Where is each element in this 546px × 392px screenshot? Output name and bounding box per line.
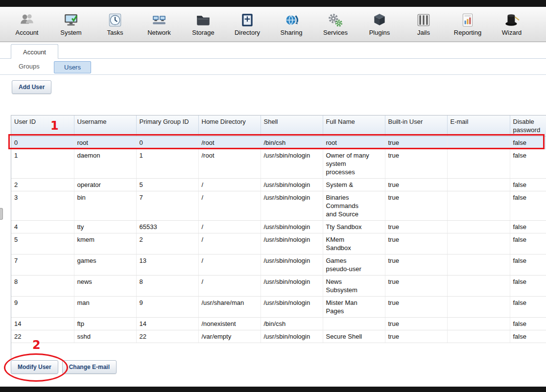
users-table-container: User IDUsernamePrimary Group IDHome Dire… xyxy=(11,115,546,359)
table-row-kmem[interactable]: 5kmem2​/​/usr​/sbin​/nologinKMem Sandbox… xyxy=(11,233,546,254)
toolbar-item-label: Reporting xyxy=(454,29,481,36)
table-cell: ​/usr​/sbin​/nologin xyxy=(261,149,323,179)
annotation-step-1: 1 xyxy=(50,119,59,133)
column-header-disable-password[interactable]: Disable password xyxy=(510,115,546,137)
toolbar-item-network[interactable]: Network xyxy=(137,12,181,36)
toolbar-item-label: Jails xyxy=(417,29,430,36)
toolbar-item-directory[interactable]: Directory xyxy=(225,12,269,36)
toolbar-item-services[interactable]: Services xyxy=(313,12,357,36)
table-cell: true xyxy=(385,254,447,276)
table-cell xyxy=(447,191,510,221)
add-user-button[interactable]: Add User xyxy=(12,80,51,94)
table-cell: 2 xyxy=(136,233,198,254)
toolbar-item-plugins[interactable]: Plugins xyxy=(357,12,402,36)
table-cell: false xyxy=(510,149,546,179)
table-cell: ​/usr​/sbin​/nologin xyxy=(261,191,323,221)
table-row-root[interactable]: 0root0​/root​/bin​/cshroottruefalse xyxy=(11,137,546,149)
table-cell xyxy=(447,318,510,330)
table-row-operator[interactable]: 2operator5​/​/usr​/sbin​/nologinSystem &… xyxy=(11,179,546,191)
column-header-user-id[interactable]: User ID xyxy=(11,115,74,137)
toolbar-item-account[interactable]: Account xyxy=(5,12,49,36)
toolbar-item-label: Tasks xyxy=(107,29,123,36)
table-cell: 4 xyxy=(11,221,74,233)
column-header-e-mail[interactable]: E-mail xyxy=(447,115,510,137)
table-cell: ​/root xyxy=(198,149,261,179)
table-cell: Mister Man Pages xyxy=(323,297,385,318)
modify-user-button[interactable]: Modify User xyxy=(11,360,58,374)
column-header-full-name[interactable]: Full Name xyxy=(323,115,385,137)
storage-icon xyxy=(195,12,211,28)
toolbar-item-jails[interactable]: Jails xyxy=(402,12,446,36)
change-email-button[interactable]: Change E-mail xyxy=(62,360,117,374)
reporting-icon xyxy=(460,12,475,28)
table-cell: false xyxy=(510,233,546,254)
table-cell: ​/var​/empty xyxy=(198,330,261,343)
app-toolbar: AccountSystemTasksNetworkStorageDirector… xyxy=(0,7,546,42)
sub-tab-strip: Groups Users xyxy=(0,59,546,75)
toolbar-item-wizard[interactable]: Wizard xyxy=(490,12,534,36)
table-cell: false xyxy=(510,276,546,297)
table-cell: ​/ xyxy=(198,191,261,221)
table-cell: News Subsystem xyxy=(323,276,385,297)
table-row-tty[interactable]: 4tty65533​/​/usr​/sbin​/nologinTty Sandb… xyxy=(11,221,546,233)
account-icon xyxy=(19,12,35,28)
table-row-news[interactable]: 8news8​/​/usr​/sbin​/nologinNews Subsyst… xyxy=(11,276,546,297)
table-cell xyxy=(447,149,510,179)
table-cell: 1 xyxy=(11,149,74,179)
table-cell: ​/usr​/sbin​/nologin xyxy=(261,254,323,276)
table-cell: games xyxy=(74,254,136,276)
annotation-step-2: 2 xyxy=(32,338,41,352)
table-cell: ftp xyxy=(74,318,136,330)
table-cell: true xyxy=(385,179,447,191)
table-cell: kmem xyxy=(74,233,136,254)
plugins-icon xyxy=(372,12,387,28)
table-cell: true xyxy=(385,191,447,221)
table-cell: ​/usr​/share​/man xyxy=(198,297,261,318)
table-cell: 0 xyxy=(136,137,198,149)
table-row-sshd[interactable]: 22sshd22​/var​/empty​/usr​/sbin​/nologin… xyxy=(11,330,546,343)
main-tab-strip: Account xyxy=(0,43,546,59)
table-cell: ​/usr​/sbin​/nologin xyxy=(261,233,323,254)
table-cell: ​/ xyxy=(198,276,261,297)
toolbar-item-label: Directory xyxy=(235,29,260,36)
column-header-built-in-user[interactable]: Built-in User xyxy=(385,115,447,137)
tab-account[interactable]: Account xyxy=(11,44,58,59)
table-cell: ​/nonexistent xyxy=(198,318,261,330)
toolbar-item-tasks[interactable]: Tasks xyxy=(93,12,137,36)
table-cell: ​/bin​/csh xyxy=(261,137,323,149)
table-cell: sshd xyxy=(74,330,136,343)
table-cell xyxy=(447,254,510,276)
table-cell: ​/usr​/sbin​/nologin xyxy=(261,330,323,343)
network-icon xyxy=(151,12,167,28)
subtab-users[interactable]: Users xyxy=(54,61,91,73)
column-header-shell[interactable]: Shell xyxy=(261,115,323,137)
table-row-daemon[interactable]: 1daemon1​/root​/usr​/sbin​/nologinOwner … xyxy=(11,149,546,179)
panel-splitter-handle[interactable] xyxy=(0,208,3,220)
toolbar-item-sharing[interactable]: Sharing xyxy=(269,12,313,36)
table-cell: ​/ xyxy=(198,221,261,233)
toolbar-item-label: Storage xyxy=(192,29,214,36)
column-header-home-directory[interactable]: Home Directory xyxy=(198,115,261,137)
table-cell: ​/usr​/sbin​/nologin xyxy=(261,276,323,297)
table-cell: 7 xyxy=(136,191,198,221)
toolbar-item-label: System xyxy=(60,29,81,36)
table-row-games[interactable]: 7games13​/​/usr​/sbin​/nologinGames pseu… xyxy=(11,254,546,276)
toolbar-item-system[interactable]: System xyxy=(49,12,93,36)
table-cell: 8 xyxy=(136,276,198,297)
table-cell: true xyxy=(385,233,447,254)
toolbar-item-storage[interactable]: Storage xyxy=(181,12,225,36)
table-cell: true xyxy=(385,149,447,179)
table-row-bin[interactable]: 3bin7​/​/usr​/sbin​/nologinBinaries Comm… xyxy=(11,191,546,221)
table-row-ftp[interactable]: 14ftp14​/nonexistent​/bin​/cshtruefalse xyxy=(11,318,546,330)
wizard-icon xyxy=(504,12,520,28)
table-cell xyxy=(447,179,510,191)
column-header-primary-group-id[interactable]: Primary Group ID xyxy=(136,115,198,137)
table-cell: true xyxy=(385,276,447,297)
table-cell: true xyxy=(385,318,447,330)
subtab-groups[interactable]: Groups xyxy=(19,63,40,70)
table-cell xyxy=(323,318,385,330)
table-cell: 14 xyxy=(136,318,198,330)
toolbar-item-reporting[interactable]: Reporting xyxy=(446,12,490,36)
column-header-username[interactable]: Username xyxy=(74,115,136,137)
table-row-man[interactable]: 9man9​/usr​/share​/man​/usr​/sbin​/nolog… xyxy=(11,297,546,318)
